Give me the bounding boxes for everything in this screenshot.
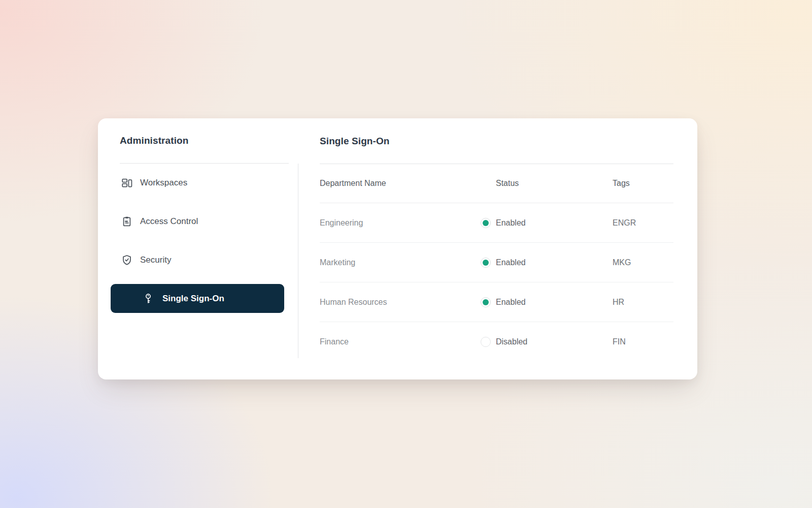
tag-value: ENGR (613, 218, 673, 228)
status-cell: Enabled (481, 218, 613, 228)
admin-card: Administration Workspaces (98, 118, 697, 379)
tag-value: HR (613, 298, 673, 307)
sidebar-item-access-control[interactable]: Access Control (98, 209, 298, 234)
status-dot-fill (483, 299, 489, 305)
sidebar-item-label: Single Sign-On (162, 294, 224, 304)
department-name: Finance (320, 337, 481, 346)
status-label: Disabled (496, 337, 527, 346)
table-row: Marketing Enabled MKG (320, 243, 673, 282)
status-dot-enabled[interactable] (481, 258, 491, 268)
tag-value: MKG (613, 258, 673, 267)
status-cell: Enabled (481, 297, 613, 307)
status-dot-enabled[interactable] (481, 218, 491, 228)
sidebar-nav: Workspaces Access Control (98, 164, 298, 325)
workspaces-icon (121, 177, 133, 189)
column-header-status: Status (481, 179, 613, 188)
status-dot-fill (483, 260, 489, 266)
sidebar-item-label: Security (140, 255, 171, 265)
sidebar-title: Administration (120, 135, 188, 146)
status-label: Enabled (496, 258, 526, 267)
sso-table: Department Name Status Tags Engineering … (320, 164, 673, 361)
status-dot-disabled[interactable] (481, 337, 491, 347)
column-header-department: Department Name (320, 179, 481, 188)
department-name: Engineering (320, 218, 481, 228)
sidebar-item-workspaces[interactable]: Workspaces (98, 171, 298, 195)
page-title: Single Sign-On (320, 136, 390, 147)
status-dot-fill (483, 220, 489, 226)
shield-check-icon (121, 254, 133, 266)
sidebar: Administration Workspaces (98, 118, 298, 379)
key-icon (142, 293, 154, 305)
status-label: Enabled (496, 298, 526, 307)
table-row: Finance Disabled FIN (320, 322, 673, 361)
sidebar-item-single-sign-on[interactable]: Single Sign-On (111, 284, 284, 313)
table-header-row: Department Name Status Tags (320, 164, 673, 203)
tag-value: FIN (613, 337, 673, 346)
status-cell: Disabled (481, 337, 613, 347)
sidebar-item-security[interactable]: Security (98, 248, 298, 272)
status-cell: Enabled (481, 258, 613, 268)
table-row: Human Resources Enabled HR (320, 282, 673, 322)
department-name: Human Resources (320, 298, 481, 307)
status-dot-enabled[interactable] (481, 297, 491, 307)
department-name: Marketing (320, 258, 481, 267)
main-header: Single Sign-On (320, 118, 673, 164)
clipboard-icon (121, 215, 133, 228)
table-row: Engineering Enabled ENGR (320, 203, 673, 243)
main-panel: Single Sign-On Department Name Status Ta… (298, 118, 697, 379)
status-label: Enabled (496, 218, 526, 228)
sidebar-item-label: Workspaces (140, 178, 187, 188)
column-header-tags: Tags (613, 179, 673, 188)
sidebar-header: Administration (120, 118, 289, 164)
sidebar-item-label: Access Control (140, 216, 198, 227)
